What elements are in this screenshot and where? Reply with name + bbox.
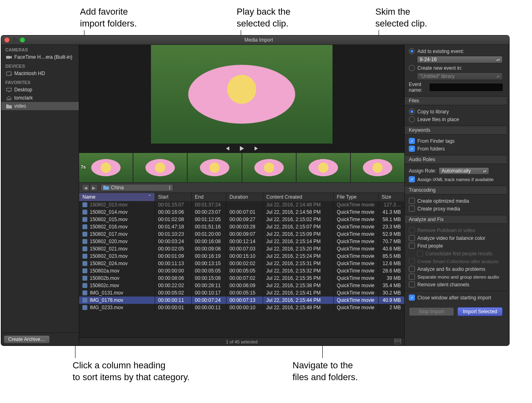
add-to-existing-radio[interactable] [409, 48, 415, 54]
table-row[interactable]: 150802_024.mov00:00:11:1300:00:13:1500:0… [79, 260, 404, 267]
column-header-start[interactable]: Start [155, 193, 191, 201]
leave-files-radio[interactable] [409, 116, 415, 122]
column-header-file-type[interactable]: File Type [333, 193, 378, 201]
separate-mono-check[interactable] [409, 274, 415, 280]
table-row[interactable]: 150802_013.mov00:01:15:0700:01:37:24Jul … [79, 201, 404, 208]
table-row[interactable]: 150802_014.mov00:00:16:0600:00:23:0700:0… [79, 208, 404, 216]
cell-duration: 00:00:07:13 [226, 297, 263, 304]
cell-duration: 00:00:05:15 [226, 289, 263, 297]
filmstrip-thumb[interactable] [297, 153, 350, 182]
proxy-media-check[interactable] [409, 206, 415, 212]
folder-select[interactable]: China ▴▾ [100, 184, 173, 191]
table-row[interactable]: IMG_0233.mov00:00:00:0100:00:00:1100:00:… [79, 304, 404, 311]
table-row[interactable]: 150802_016.mov00:01:47:1800:01:51:1600:0… [79, 223, 404, 230]
cell-end: 00:00:28:11 [191, 282, 226, 289]
table-row[interactable]: 150802b.mov00:00:08:0600:00:15:0800:00:0… [79, 275, 404, 282]
chevron-updown-icon: ▴▾ [497, 58, 500, 62]
cell-size: 41.3 MB [378, 208, 404, 216]
column-header-duration[interactable]: Duration [226, 193, 263, 201]
cell-duration: 00:00:09:07 [226, 230, 263, 238]
minimize-icon[interactable] [12, 38, 17, 42]
from-finder-tags-check[interactable] [409, 138, 415, 144]
cell-start: 00:00:00:11 [155, 297, 191, 304]
from-folders-check[interactable] [409, 146, 415, 152]
event-name-field[interactable] [430, 84, 503, 91]
desktop-icon [6, 88, 12, 92]
filmstrip-thumb[interactable] [133, 153, 187, 182]
cell-size: 2 MB [378, 304, 404, 311]
movie-file-icon [82, 239, 87, 244]
nav-back-icon[interactable]: ◀ [82, 184, 90, 191]
filmstrip[interactable]: 7s [79, 153, 404, 182]
sidebar-item[interactable]: Desktop [1, 86, 79, 94]
preview-image[interactable] [151, 45, 332, 144]
filmstrip-thumb[interactable]: 7s [79, 153, 133, 182]
movie-file-icon [82, 298, 87, 303]
table-row[interactable]: 150802_023.mov00:00:01:0900:00:16:1900:0… [79, 252, 404, 260]
assign-role-select[interactable]: Automatically ▴▾ [439, 167, 489, 175]
sidebar-item[interactable]: tomclark [1, 94, 79, 102]
close-icon[interactable] [4, 38, 9, 42]
table-row[interactable]: 150802_020.mov00:00:03:2400:00:16:0800:0… [79, 238, 404, 245]
close-window-label: Close window after starting import [417, 295, 491, 301]
cell-file-type: QuickTime movie [333, 230, 378, 238]
table-row[interactable]: IMG_0178.mov00:00:00:1100:00:07:2400:00:… [79, 297, 404, 304]
movie-file-icon [82, 268, 87, 273]
view-toggle-icon[interactable] [395, 339, 401, 345]
movie-file-icon [82, 224, 87, 229]
movie-file-icon [82, 283, 87, 288]
copy-to-library-radio[interactable] [409, 108, 415, 115]
sidebar-item-label: video [14, 103, 26, 109]
sidebar-group-header: FAVORITES [1, 78, 79, 86]
column-header-name[interactable]: Name⌃ [79, 193, 155, 201]
filmstrip-thumb[interactable] [351, 153, 404, 182]
separate-mono-label: Separate mono and group stereo audio [417, 275, 499, 279]
cell-content-created: Jul 22, 2016, 2:15:32 PM [263, 267, 333, 275]
assign-ixml-check[interactable] [409, 176, 415, 182]
table-row[interactable]: 150802c.mov00:00:22:0200:00:28:1100:00:0… [79, 282, 404, 289]
cell-duration: 00:00:02:02 [226, 260, 263, 267]
sidebar-item[interactable]: FaceTime H…era (Built-in) [1, 53, 79, 61]
column-header-size[interactable]: Size [378, 193, 404, 201]
titlebar: Media Import [1, 35, 509, 45]
table-row[interactable]: IMG_0131.mov00:00:05:0200:00:10:1700:00:… [79, 289, 404, 297]
file-name: 150802b.mov [90, 275, 120, 281]
create-new-event-radio[interactable] [409, 65, 415, 71]
copy-to-library-label: Copy to library [417, 109, 449, 115]
movie-file-icon [82, 202, 87, 207]
callout-navigate: Navigate to the files and folders. [293, 360, 358, 383]
table-row[interactable]: 150802_017.mov00:01:10:2300:01:20:0000:0… [79, 230, 404, 238]
optimized-media-check[interactable] [409, 198, 415, 204]
sidebar-item-label: Macintosh HD [14, 71, 45, 76]
import-selected-button[interactable]: Import Selected [457, 307, 503, 316]
create-archive-button[interactable]: Create Archive… [4, 335, 50, 343]
table-row[interactable]: 150802_015.mov00:01:02:0800:01:12:0500:0… [79, 216, 404, 223]
next-clip-icon[interactable] [253, 145, 260, 152]
movie-file-icon [82, 210, 87, 215]
create-new-event-label: Create new event in: [417, 65, 462, 71]
filmstrip-thumb[interactable] [188, 153, 241, 182]
nav-forward-icon[interactable]: ▶ [90, 184, 98, 191]
play-icon[interactable] [239, 145, 245, 152]
assign-role-label: Assign Role: [409, 168, 436, 174]
sidebar-item[interactable]: Macintosh HD [1, 69, 79, 78]
sidebar-item[interactable]: video [1, 102, 79, 110]
column-header-content-created[interactable]: Content Created [263, 193, 333, 201]
column-header-end[interactable]: End [191, 193, 226, 201]
leave-files-label: Leave files in place [417, 117, 459, 122]
filmstrip-thumb[interactable] [242, 153, 296, 182]
maximize-icon[interactable] [20, 38, 25, 42]
find-people-check[interactable] [409, 243, 415, 249]
table-row[interactable]: 150802_021.mov00:00:02:0500:00:09:0800:0… [79, 245, 404, 252]
find-people-label: Find people [417, 243, 443, 249]
consolidate-label: Consolidate find people results [426, 251, 492, 257]
analyze-audio-check[interactable] [409, 266, 415, 272]
table-row[interactable]: 150802a.mov00:00:00:0000:00:05:0500:00:0… [79, 267, 404, 275]
remove-pulldown-label: Remove Pulldown in video [417, 228, 475, 233]
remove-silent-check[interactable] [409, 281, 415, 288]
analyze-video-check[interactable] [409, 235, 415, 241]
cell-content-created: Jul 22, 2016, 2:14:48 PM [263, 201, 333, 208]
close-window-check[interactable] [409, 294, 415, 301]
existing-event-select[interactable]: 8-24-16 ▴▾ [417, 56, 503, 63]
prev-clip-icon[interactable] [224, 145, 231, 152]
